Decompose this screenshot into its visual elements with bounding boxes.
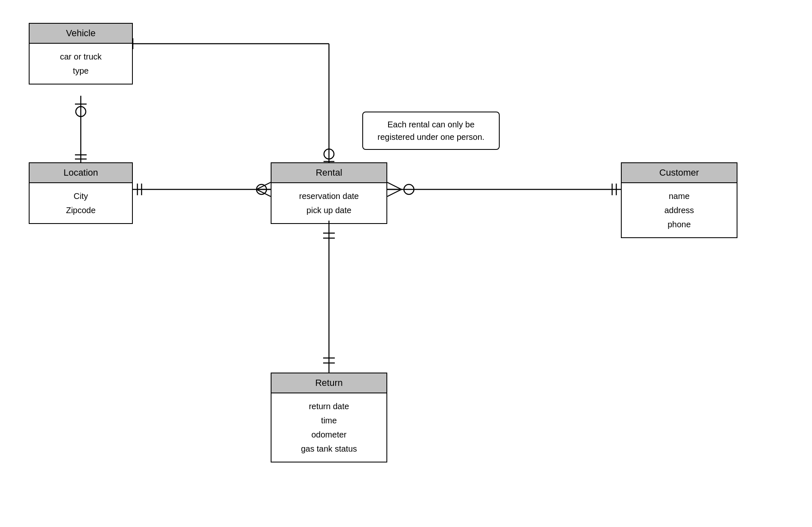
vehicle-body: car or truck type xyxy=(30,44,132,84)
customer-title: Customer xyxy=(659,167,699,178)
rental-attr-2: pick up date xyxy=(280,203,378,217)
rental-body: reservation date pick up date xyxy=(271,183,386,223)
svg-line-19 xyxy=(387,189,401,196)
rental-header: Rental xyxy=(271,163,386,183)
vehicle-attr-2: type xyxy=(38,64,124,78)
return-attr-4: gas tank status xyxy=(280,442,378,456)
svg-line-15 xyxy=(257,189,271,196)
return-attr-1: return date xyxy=(280,399,378,413)
customer-entity: Customer name address phone xyxy=(621,162,737,238)
return-attr-2: time xyxy=(280,413,378,428)
return-entity: Return return date time odometer gas tan… xyxy=(271,373,387,462)
svg-point-21 xyxy=(404,184,414,194)
location-entity: Location City Zipcode xyxy=(29,162,133,224)
return-attr-3: odometer xyxy=(280,428,378,442)
location-header: Location xyxy=(30,163,132,183)
vehicle-entity: Vehicle car or truck type xyxy=(29,23,133,85)
customer-attr-1: name xyxy=(630,189,728,203)
rental-attr-1: reservation date xyxy=(280,189,378,203)
return-title: Return xyxy=(315,378,343,388)
customer-attr-3: phone xyxy=(630,217,728,231)
svg-line-14 xyxy=(257,182,271,189)
location-body: City Zipcode xyxy=(30,183,132,223)
location-attr-2: Zipcode xyxy=(38,203,124,217)
customer-body: name address phone xyxy=(622,183,737,237)
rental-entity: Rental reservation date pick up date xyxy=(271,162,387,224)
vehicle-attr-1: car or truck xyxy=(38,50,124,64)
location-attr-1: City xyxy=(38,189,124,203)
note-text-line1: Each rental can only be xyxy=(387,120,474,129)
rental-title: Rental xyxy=(316,167,342,178)
svg-line-18 xyxy=(387,182,401,189)
svg-point-8 xyxy=(324,149,334,159)
return-body: return date time odometer gas tank statu… xyxy=(271,393,386,462)
customer-attr-2: address xyxy=(630,203,728,217)
note-box: Each rental can only be registered under… xyxy=(362,112,500,150)
note-text-line2: registered under one person. xyxy=(378,132,485,142)
return-header: Return xyxy=(271,373,386,393)
vehicle-header: Vehicle xyxy=(30,24,132,44)
svg-point-13 xyxy=(257,184,267,194)
location-title: Location xyxy=(63,167,98,178)
customer-header: Customer xyxy=(622,163,737,183)
vehicle-title: Vehicle xyxy=(66,28,96,38)
svg-point-2 xyxy=(76,107,86,117)
